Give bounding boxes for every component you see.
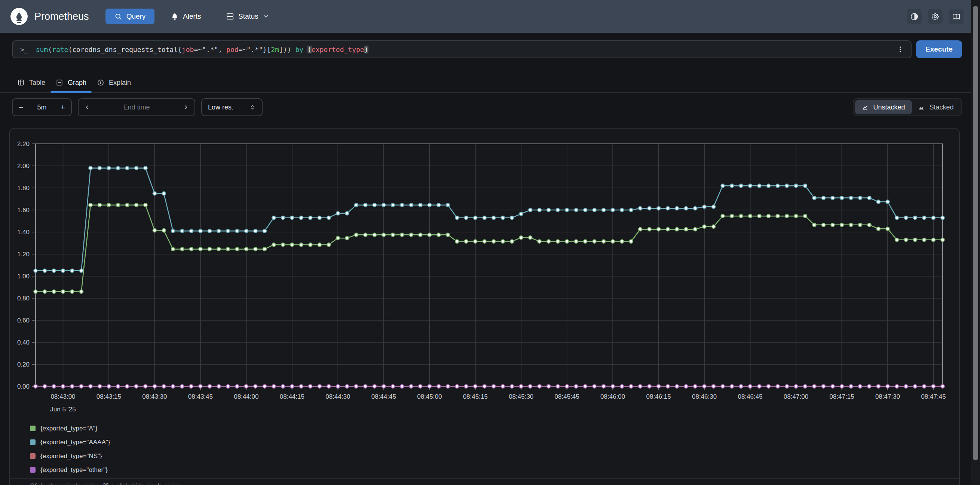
- svg-text:08:43:15: 08:43:15: [97, 393, 121, 400]
- query-menu-kebab-icon[interactable]: [897, 41, 904, 57]
- nav-status-button[interactable]: Status: [221, 9, 274, 24]
- chart-canvas[interactable]: 0.000.200.400.600.801.001.201.401.601.80…: [10, 128, 960, 416]
- svg-text:0.80: 0.80: [17, 295, 30, 302]
- svg-text:1.00: 1.00: [17, 273, 30, 280]
- legend-label: {exported_type="A"}: [40, 425, 97, 432]
- terminal-prompt-icon: >_: [20, 46, 29, 54]
- tab-graph[interactable]: Graph: [51, 73, 92, 92]
- svg-text:08:43:30: 08:43:30: [142, 393, 167, 400]
- svg-text:08:46:15: 08:46:15: [646, 393, 671, 400]
- legend-swatch: [30, 453, 35, 459]
- end-time-input[interactable]: End time: [123, 103, 150, 111]
- execute-button[interactable]: Execute: [916, 40, 962, 58]
- area-chart-icon: [918, 103, 925, 111]
- legend-item[interactable]: {exported_type="AAAA"}: [30, 435, 110, 449]
- line-chart-icon: [862, 103, 869, 111]
- query-expression-input[interactable]: >_ sum(rate(coredns_dns_requests_total{j…: [12, 40, 912, 58]
- docs-button[interactable]: [948, 9, 964, 24]
- navbar: Prometheus Query Alerts Status: [0, 0, 980, 33]
- svg-text:0.20: 0.20: [17, 361, 30, 368]
- svg-text:08:43:00: 08:43:00: [51, 393, 75, 400]
- legend-swatch: [30, 467, 35, 473]
- nav-query-button[interactable]: Query: [105, 9, 154, 24]
- chevron-left-icon[interactable]: [84, 104, 91, 111]
- series-0: [33, 203, 944, 293]
- legend-label: {exported_type="other"}: [40, 466, 108, 474]
- svg-text:1.40: 1.40: [17, 229, 30, 236]
- svg-text:08:43:45: 08:43:45: [188, 393, 213, 400]
- scrollbar-thumb[interactable]: [973, 6, 978, 460]
- scrollbar-track[interactable]: [971, 0, 980, 485]
- legend-item[interactable]: {exported_type="other"}: [30, 463, 110, 477]
- promql-expression: sum(rate(coredns_dns_requests_total{job=…: [36, 46, 368, 54]
- tab-table[interactable]: Table: [12, 73, 51, 92]
- stacked-button[interactable]: Stacked: [912, 100, 960, 114]
- selector-icon: [249, 104, 256, 111]
- gear-icon: [931, 12, 940, 21]
- svg-text:0.60: 0.60: [17, 317, 30, 324]
- info-icon: [97, 79, 104, 86]
- stacking-toggle: Unstacked Stacked: [853, 98, 962, 116]
- svg-text:1.20: 1.20: [17, 251, 30, 258]
- svg-text:08:46:30: 08:46:30: [692, 393, 717, 400]
- brand-title: Prometheus: [34, 0, 89, 33]
- svg-text:08:45:30: 08:45:30: [509, 393, 533, 400]
- graph-icon: [56, 79, 63, 86]
- legend-hint: Click: show single series, ⌘ + click: hi…: [10, 478, 959, 485]
- duration-stepper: − 5m +: [12, 98, 72, 116]
- svg-text:08:47:30: 08:47:30: [875, 393, 900, 400]
- grid-lines: 0.000.200.400.600.801.001.201.401.601.80…: [17, 141, 946, 413]
- legend-label: {exported_type="NS"}: [40, 452, 102, 460]
- svg-text:1.60: 1.60: [17, 207, 30, 214]
- svg-text:08:45:00: 08:45:00: [417, 393, 442, 400]
- svg-text:2.00: 2.00: [17, 163, 30, 170]
- nav-alerts-button[interactable]: Alerts: [166, 9, 206, 24]
- svg-text:08:46:45: 08:46:45: [738, 393, 763, 400]
- svg-text:Jun 5 '25: Jun 5 '25: [50, 406, 76, 413]
- resolution-select[interactable]: Low res.: [201, 98, 262, 116]
- legend-label: {exported_type="AAAA"}: [40, 439, 110, 446]
- svg-text:2.20: 2.20: [17, 141, 30, 147]
- svg-text:08:47:15: 08:47:15: [829, 393, 854, 400]
- search-icon: [115, 13, 123, 21]
- svg-text:08:44:00: 08:44:00: [234, 393, 258, 400]
- svg-text:08:47:00: 08:47:00: [784, 393, 808, 400]
- server-stack-icon: [226, 12, 234, 21]
- unstacked-button[interactable]: Unstacked: [855, 100, 912, 114]
- svg-text:08:45:45: 08:45:45: [555, 393, 579, 400]
- view-tabs: Table Graph Explain: [0, 73, 980, 93]
- legend-item[interactable]: {exported_type="NS"}: [30, 449, 110, 463]
- chevron-down-icon: [262, 13, 269, 20]
- table-icon: [17, 79, 25, 86]
- duration-value[interactable]: 5m: [37, 103, 46, 111]
- contrast-icon: [910, 12, 919, 21]
- book-open-icon: [952, 12, 961, 21]
- svg-text:0.00: 0.00: [17, 383, 30, 390]
- tab-explain[interactable]: Explain: [92, 73, 136, 92]
- chart-legend: {exported_type="A"}{exported_type="AAAA"…: [30, 422, 110, 477]
- graph-panel: 0.000.200.400.600.801.001.201.401.601.80…: [9, 128, 960, 485]
- svg-text:08:45:15: 08:45:15: [463, 393, 488, 400]
- chevron-right-icon[interactable]: [183, 104, 189, 111]
- end-time-picker[interactable]: End time: [78, 98, 195, 116]
- svg-text:1.80: 1.80: [17, 185, 30, 192]
- svg-text:08:44:45: 08:44:45: [371, 393, 396, 400]
- svg-text:08:44:15: 08:44:15: [280, 393, 304, 400]
- series-3: [33, 385, 944, 388]
- bell-icon: [170, 12, 179, 21]
- svg-text:08:44:30: 08:44:30: [325, 393, 350, 400]
- legend-swatch: [30, 439, 35, 445]
- legend-item[interactable]: {exported_type="A"}: [30, 422, 110, 435]
- svg-text:08:46:00: 08:46:00: [600, 393, 625, 400]
- duration-increase-button[interactable]: +: [60, 103, 65, 112]
- svg-text:0.40: 0.40: [17, 339, 30, 346]
- series-1: [33, 166, 944, 273]
- svg-text:08:47:45: 08:47:45: [921, 393, 946, 400]
- prometheus-logo: [10, 7, 29, 26]
- legend-swatch: [30, 426, 35, 431]
- theme-toggle-button[interactable]: [907, 9, 922, 24]
- duration-decrease-button[interactable]: −: [19, 103, 23, 112]
- settings-button[interactable]: [928, 9, 943, 24]
